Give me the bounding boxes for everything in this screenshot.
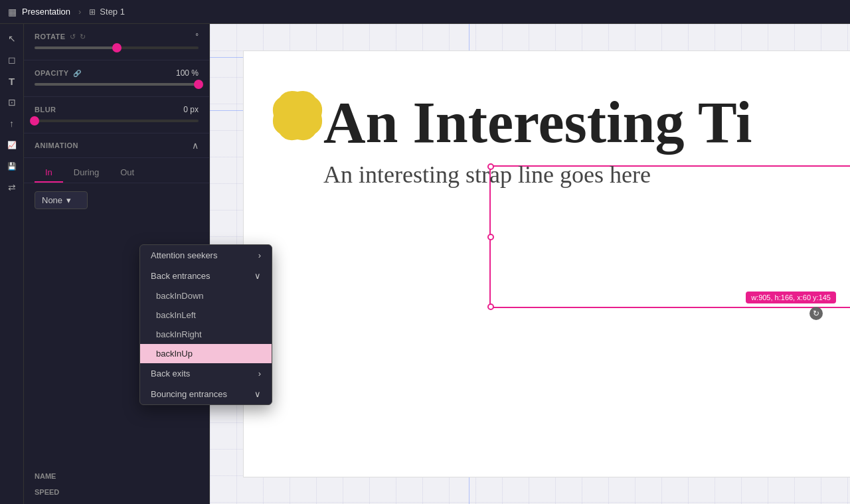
chart-tool-btn[interactable]: 📈 [3,135,21,154]
slide-subtitle: An interesting strap line goes here [323,161,850,189]
opacity-section: OPACITY 🔗 100 % [24,60,209,97]
left-icon-bar: ↖ ◻ T ⊡ ↑ 📈 💾 ⇄ [0,24,24,504]
dropdown-chevron-icon: ▾ [66,195,71,205]
canvas-area[interactable]: ⛶ ⇄ ✎ + − An Interesting Ti An [210,24,850,504]
text-tool-btn[interactable]: T [3,72,21,90]
rotate-value: ° [195,32,199,41]
rotate-ccw-icon[interactable]: ↺ [70,33,76,41]
slide-title: An Interesting Ti [323,91,850,155]
item-backInRight[interactable]: backInRight [140,325,210,344]
app-icon: ▦ [8,7,17,17]
dropdown-label: None [42,195,62,205]
rotate-slider[interactable] [35,46,199,49]
animation-header: ANIMATION ∧ [24,133,209,158]
dropdown-scroll[interactable]: Attention seekers › Back entrances ∨ bac… [140,245,210,404]
opacity-value: 100 % [176,68,199,78]
rotate-section: ROTATE ↺ ↻ ° [24,24,209,60]
image-tool-btn[interactable]: ⊡ [3,93,21,112]
animation-dropdown-menu: Attention seekers › Back entrances ∨ bac… [139,244,210,405]
tab-in[interactable]: In [35,163,63,183]
delay-field-row: DELAY [35,500,199,504]
swap-tool-btn[interactable]: ⇄ [3,178,21,197]
group-bouncing-label: Bouncing entrances [151,389,210,399]
group-attention[interactable]: Attention seekers › [140,245,210,266]
animation-content: None ▾ [24,183,209,217]
animation-label: ANIMATION [35,141,78,149]
group-back-exits-label: Back exits [151,369,190,378]
properties-panel: ROTATE ↺ ↻ ° OPACITY 🔗 100 % [24,24,210,504]
group-back-entrances[interactable]: Back entrances ∨ [140,266,210,286]
animation-fields: NAME SPEED DELAY REPEAT [24,463,209,504]
name-field-row: NAME [35,468,199,484]
tab-out[interactable]: Out [110,163,145,183]
cursor-tool-btn[interactable]: ↖ [3,29,21,48]
item-backInDown[interactable]: backInDown [140,286,210,305]
blob-decoration [268,86,327,145]
speed-field-label: SPEED [35,488,59,496]
save-tool-btn[interactable]: 💾 [3,157,21,175]
speed-field-row: SPEED [35,484,199,500]
group-back-entrances-label: Back entrances [151,271,210,281]
group-attention-label: Attention seekers [151,250,210,260]
rotate-track [35,46,117,49]
blur-slider[interactable] [35,120,199,122]
handle-mid-left[interactable] [487,234,494,240]
step-breadcrumb: ⊞ Step 1 [89,7,125,17]
item-backInLeft[interactable]: backInLeft [140,305,210,325]
step-icon: ⊞ [89,7,96,17]
blur-label: BLUR [35,106,56,114]
rotate-label: ROTATE [35,33,66,41]
slide-title-container: An Interesting Ti An interesting strap l… [323,91,850,189]
name-field-label: NAME [35,472,56,480]
rotate-thumb[interactable] [112,43,122,52]
breadcrumb-sep: › [78,7,81,17]
shape-tool-btn[interactable]: ◻ [3,50,21,69]
presentation-title: Presentation [22,7,70,17]
step-label: Step 1 [100,7,125,17]
handle-bot-left[interactable] [487,303,494,310]
main-layout: ↖ ◻ T ⊡ ↑ 📈 💾 ⇄ ROTATE ↺ ↻ ° [0,24,850,504]
blur-section: BLUR 0 px [24,97,209,133]
tab-during[interactable]: During [63,163,110,183]
topbar: ▦ Presentation › ⊞ Step 1 [0,0,850,24]
blur-thumb[interactable] [30,116,39,126]
opacity-track [35,83,199,86]
opacity-thumb[interactable] [194,80,203,89]
upload-tool-btn[interactable]: ↑ [3,114,21,133]
opacity-link-icon: 🔗 [73,70,81,77]
rotate-cw-icon[interactable]: ↻ [80,33,86,41]
animation-tabs: In During Out [24,158,209,183]
dimension-badge: w:905, h:166, x:60 y:145 [746,292,836,303]
blur-value: 0 px [183,105,199,114]
item-backInUp[interactable]: backInUp [140,344,210,363]
opacity-label: OPACITY [35,69,69,77]
opacity-slider[interactable] [35,83,199,86]
collapse-icon[interactable]: ∧ [192,140,199,151]
slide-container: An Interesting Ti An interesting strap l… [243,50,850,477]
animation-dropdown-btn[interactable]: None ▾ [35,191,88,209]
group-bouncing[interactable]: Bouncing entrances ∨ [140,384,210,404]
rotate-handle[interactable]: ↻ [809,307,823,320]
group-back-exits[interactable]: Back exits › [140,363,210,384]
